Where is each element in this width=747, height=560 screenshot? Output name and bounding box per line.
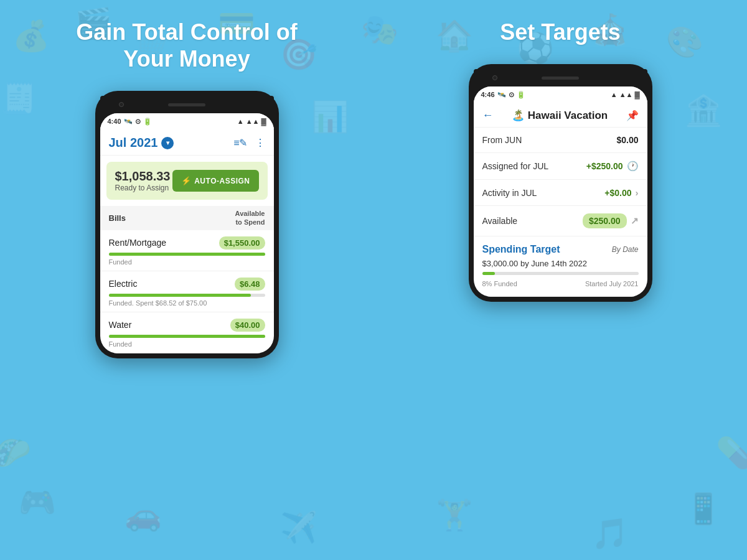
progress-fill-water bbox=[109, 335, 265, 338]
phone-speaker bbox=[168, 103, 205, 106]
progress-fill-electric bbox=[109, 294, 251, 297]
target-footer: 8% Funded Started July 2021 bbox=[482, 280, 639, 294]
phone-screen-left: 4:40 🛰️ ⊙ 🔋 ▲ ▲▲ ▓ Jul 2021 ▾ bbox=[100, 113, 274, 353]
spending-target-section: Spending Target By Date $3,000.00 by Jun… bbox=[474, 236, 647, 297]
detail-value-from-jun: $0.00 bbox=[616, 135, 638, 145]
assign-label: Ready to Assign bbox=[115, 184, 171, 192]
detail-row-from-jun[interactable]: From JUN $0.00 bbox=[474, 128, 647, 153]
bills-section-header: Bills Availableto Spend bbox=[100, 206, 274, 230]
bill-row-electric: Electric $6.48 bbox=[109, 278, 265, 291]
by-date-label: By Date bbox=[612, 245, 639, 254]
status-bar-left: 4:40 🛰️ ⊙ 🔋 ▲ ▲▲ ▓ bbox=[100, 113, 274, 129]
phone-top-bar-right bbox=[474, 69, 647, 86]
external-link-icon[interactable]: ↗ bbox=[631, 215, 639, 226]
bills-title: Bills bbox=[109, 213, 126, 223]
month-dropdown-icon[interactable]: ▾ bbox=[161, 137, 174, 149]
bill-item-rent[interactable]: Rent/Mortgage $1,550.00 Funded bbox=[100, 230, 274, 271]
available-badge: $250.00 bbox=[583, 213, 627, 228]
bill-status-rent: Funded bbox=[109, 258, 265, 266]
back-button[interactable]: ← bbox=[482, 109, 494, 122]
spending-target-title: Spending Target bbox=[482, 244, 560, 255]
bolt-icon: ⚡ bbox=[181, 176, 192, 185]
phone-top-bar bbox=[100, 96, 274, 113]
assign-info: $1,058.33 Ready to Assign bbox=[115, 169, 171, 192]
detail-label-activity-jul: Activity in JUL bbox=[482, 188, 537, 198]
bill-amount-rent: $1,550.00 bbox=[219, 236, 265, 250]
status-wifi-right: 🛰️ bbox=[497, 91, 506, 99]
progress-bg-electric bbox=[109, 294, 265, 297]
pin-icon[interactable]: 📌 bbox=[626, 110, 639, 121]
cell-signal-icon-r: ▲▲ bbox=[619, 91, 633, 98]
detail-label-assigned-jul: Assigned for JUL bbox=[482, 161, 549, 171]
bill-row-water: Water $40.00 bbox=[109, 319, 265, 332]
bill-item-electric[interactable]: Electric $6.48 Funded. Spent $68.52 of $… bbox=[100, 271, 274, 312]
status-right-right: ▲ ▲▲ ▓ bbox=[611, 91, 640, 98]
history-icon[interactable]: 🕐 bbox=[627, 161, 639, 172]
funded-percent-label: 8% Funded bbox=[482, 280, 517, 287]
bill-name-water: Water bbox=[109, 320, 132, 330]
bill-amount-electric: $6.48 bbox=[235, 278, 265, 291]
detail-value-activity-jul: +$0.00 › bbox=[604, 187, 638, 198]
assign-amount: $1,058.33 bbox=[115, 169, 171, 184]
status-bar-right: 4:46 🛰️ ⊙ 🔋 ▲ ▲▲ ▓ bbox=[474, 86, 647, 103]
vacation-name: Hawaii Vacation bbox=[528, 110, 608, 122]
bill-status-water: Funded bbox=[109, 340, 265, 348]
left-panel-title: Gain Total Control of Your Money bbox=[76, 19, 297, 72]
wifi-signal-icon-r: ▲ bbox=[611, 91, 618, 98]
right-panel-title: Set Targets bbox=[500, 19, 620, 45]
status-left: 4:40 🛰️ ⊙ 🔋 bbox=[108, 118, 152, 126]
started-label: Started July 2021 bbox=[585, 280, 639, 287]
status-right-left: ▲ ▲▲ ▓ bbox=[237, 118, 266, 125]
phone-speaker-right bbox=[542, 77, 579, 80]
progress-bg-rent bbox=[109, 253, 265, 256]
left-panel: Gain Total Control of Your Money 4:40 🛰️… bbox=[0, 0, 374, 560]
target-header: Spending Target By Date bbox=[482, 244, 639, 255]
status-loc-right: ⊙ bbox=[509, 91, 514, 99]
target-amount-text: $3,000.00 by June 14th 2022 bbox=[482, 259, 639, 268]
edit-list-icon[interactable]: ≡✎ bbox=[233, 137, 247, 149]
progress-fill-rent bbox=[109, 253, 265, 256]
more-options-icon[interactable]: ⋮ bbox=[255, 137, 265, 149]
right-panel: Set Targets 4:46 🛰️ ⊙ 🔋 ▲ bbox=[374, 0, 747, 560]
status-battery-icon: 🔋 bbox=[143, 118, 152, 126]
bill-name-electric: Electric bbox=[109, 279, 138, 289]
detail-value-available: $250.00 ↗ bbox=[583, 213, 639, 228]
chevron-right-icon: › bbox=[636, 187, 639, 198]
detail-value-assigned-jul: +$250.00 🕐 bbox=[586, 161, 639, 172]
month-selector[interactable]: Jul 2021 ▾ bbox=[109, 136, 174, 150]
battery-icon: ▓ bbox=[261, 118, 266, 125]
vacation-emoji: 🏝️ bbox=[512, 109, 525, 122]
status-bat-right: 🔋 bbox=[517, 91, 525, 99]
bill-row-rent: Rent/Mortgage $1,550.00 bbox=[109, 236, 265, 250]
progress-bg-water bbox=[109, 335, 265, 338]
status-wifi-icon: 🛰️ bbox=[124, 118, 133, 126]
month-label: Jul 2021 bbox=[109, 136, 158, 150]
auto-assign-button[interactable]: ⚡ AUTO-ASSIGN bbox=[172, 170, 259, 192]
bill-name-rent: Rent/Mortgage bbox=[109, 238, 167, 248]
target-progress-bar-fill bbox=[482, 272, 495, 275]
auto-assign-label: AUTO-ASSIGN bbox=[194, 177, 250, 185]
screen-header-right: ← 🏝️ Hawaii Vacation 📌 bbox=[474, 103, 647, 128]
status-time-right: 4:46 bbox=[481, 91, 495, 98]
target-progress-bar-bg bbox=[482, 272, 639, 275]
detail-row-assigned-jul[interactable]: Assigned for JUL +$250.00 🕐 bbox=[474, 153, 647, 180]
detail-label-available: Available bbox=[482, 216, 518, 226]
status-time-left: 4:40 bbox=[108, 118, 121, 125]
detail-row-activity-jul[interactable]: Activity in JUL +$0.00 › bbox=[474, 180, 647, 206]
bill-status-electric: Funded. Spent $68.52 of $75.00 bbox=[109, 299, 265, 307]
header-icons: ≡✎ ⋮ bbox=[233, 137, 265, 149]
right-phone: 4:46 🛰️ ⊙ 🔋 ▲ ▲▲ ▓ ← 🏝️ bbox=[469, 64, 652, 302]
battery-icon-r: ▓ bbox=[634, 91, 639, 98]
bill-amount-water: $40.00 bbox=[230, 319, 265, 332]
status-left-right: 4:46 🛰️ ⊙ 🔋 bbox=[481, 91, 525, 99]
screen-header-left: Jul 2021 ▾ ≡✎ ⋮ bbox=[100, 129, 274, 156]
phone-camera bbox=[119, 102, 124, 107]
main-container: Gain Total Control of Your Money 4:40 🛰️… bbox=[0, 0, 747, 560]
phone-screen-right: 4:46 🛰️ ⊙ 🔋 ▲ ▲▲ ▓ ← 🏝️ bbox=[474, 86, 647, 297]
vacation-title: 🏝️ Hawaii Vacation bbox=[512, 109, 608, 122]
available-to-spend-header: Availableto Spend bbox=[235, 210, 265, 226]
bill-item-water[interactable]: Water $40.00 Funded bbox=[100, 312, 274, 353]
wifi-signal-icon: ▲ bbox=[237, 118, 244, 125]
phone-camera-right bbox=[492, 75, 497, 80]
detail-row-available[interactable]: Available $250.00 ↗ bbox=[474, 206, 647, 236]
